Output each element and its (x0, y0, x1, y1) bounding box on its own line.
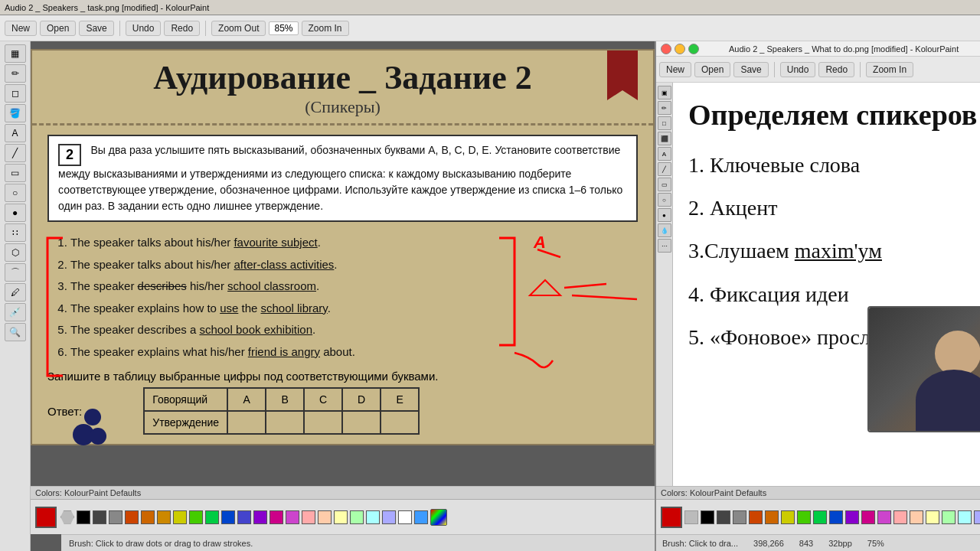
r-line-tool[interactable]: ╱ (658, 162, 671, 176)
swatch-lightgreen[interactable] (350, 510, 364, 524)
slide: Аудирование _ Задание 2 (Спикеры) 2 Вы д… (31, 49, 655, 445)
r-swatch-lime[interactable] (797, 510, 811, 524)
r-swatch-orange[interactable] (765, 510, 779, 524)
answer-table: Говорящий A B C D E Утверж (143, 387, 420, 435)
r-dots-tool[interactable]: ⋯ (658, 239, 671, 253)
right-eraser-swatch[interactable] (684, 510, 698, 524)
polygon-tool[interactable]: ⬡ (5, 243, 26, 262)
swatch-purple[interactable] (253, 510, 267, 524)
swatch-yellow[interactable] (173, 510, 187, 524)
r-swatch-peach[interactable] (910, 510, 923, 524)
r-swatch-lblue[interactable] (974, 510, 980, 524)
undo-button[interactable]: Undo (126, 21, 162, 36)
swatch-blue[interactable] (221, 510, 235, 524)
r-select-tool[interactable]: ▣ (658, 86, 671, 99)
open-button[interactable]: Open (40, 21, 76, 36)
fill-tool[interactable]: 🪣 (5, 104, 26, 122)
swatch-pink[interactable] (286, 510, 299, 524)
right-zoomin-button[interactable]: Zoom In (866, 62, 913, 77)
r-swatch-gray[interactable] (733, 510, 746, 524)
maximize-button[interactable] (688, 44, 699, 54)
minimize-button[interactable] (675, 44, 685, 54)
r-swatch-purple[interactable] (845, 510, 859, 524)
save-button[interactable]: Save (79, 21, 113, 36)
color-palette-left[interactable] (31, 499, 655, 534)
swatch-lightpink[interactable] (302, 510, 315, 524)
right-undo-button[interactable]: Undo (780, 62, 816, 77)
slide-header: Аудирование _ Задание 2 (Спикеры) (32, 51, 653, 126)
r-swatch-lpink[interactable] (893, 510, 907, 524)
slide-body: 2 Вы два раза услышите пять высказываний… (32, 126, 653, 444)
r-swatch-green[interactable] (813, 510, 827, 524)
eraser-swatch[interactable] (60, 510, 74, 524)
swatch-white[interactable] (398, 510, 412, 524)
swatch-darkgray[interactable] (93, 510, 106, 524)
window-buttons[interactable] (661, 44, 699, 54)
right-redo-button[interactable]: Redo (818, 62, 854, 77)
current-color[interactable] (35, 507, 57, 528)
cell-e (381, 411, 419, 434)
r-eraser-tool[interactable]: □ (658, 116, 671, 130)
swatch-lightyellow[interactable] (334, 510, 348, 524)
swatch-lightblue[interactable] (382, 510, 396, 524)
pen-tool[interactable]: 🖊 (5, 283, 26, 302)
text-tool[interactable]: A (5, 124, 26, 142)
toolbar-separator-2 (205, 21, 206, 36)
line-tool[interactable]: ╱ (5, 144, 26, 162)
r-swatch-magenta[interactable] (861, 510, 875, 524)
r-swatch-black[interactable] (701, 510, 714, 524)
table-header-c: C (304, 388, 342, 411)
brush-tool active[interactable]: ● (5, 204, 26, 222)
swatch-skyblue[interactable] (414, 510, 428, 524)
r-swatch-lgreen[interactable] (942, 510, 956, 524)
swatch-black[interactable] (77, 510, 90, 524)
coords-status: 398,266 (753, 539, 784, 548)
swatch-lightcyan[interactable] (366, 510, 380, 524)
select-tool[interactable]: ▦ (5, 44, 26, 63)
r-circle-tool[interactable]: ○ (658, 193, 671, 207)
curve-tool[interactable]: ⌒ (5, 263, 26, 282)
r-swatch-lcyan[interactable] (958, 510, 972, 524)
r-swatch-brown[interactable] (749, 510, 763, 524)
new-button[interactable]: New (5, 21, 37, 36)
color-pick-tool[interactable]: 💉 (5, 303, 26, 321)
swatch-darkorange[interactable] (125, 510, 139, 524)
r-color-tool[interactable]: 💧 (658, 223, 671, 237)
swatch-cube[interactable] (430, 509, 447, 526)
r-brush-tool[interactable]: ● (658, 208, 671, 222)
right-open-button[interactable]: Open (694, 62, 730, 77)
zoom-out-button[interactable]: Zoom Out (211, 21, 266, 36)
zoom-tool[interactable]: 🔍 (5, 323, 26, 341)
right-current-color[interactable] (661, 507, 682, 528)
r-swatch-blue[interactable] (829, 510, 843, 524)
right-toolbar: New Open Save Undo Redo Zoom In (656, 57, 980, 83)
freehand-tool[interactable]: ✏ (5, 64, 26, 83)
swatch-gray[interactable] (109, 510, 122, 524)
spray-tool[interactable]: ∷ (5, 223, 26, 242)
right-new-button[interactable]: New (659, 62, 691, 77)
r-rect-tool[interactable]: ▭ (658, 178, 671, 191)
zoom-in-button[interactable]: Zoom In (302, 21, 349, 36)
swatch-orange[interactable] (141, 510, 155, 524)
canvas-area[interactable]: Аудирование _ Задание 2 (Спикеры) 2 Вы д… (31, 41, 655, 486)
r-pen-tool[interactable]: ✏ (658, 101, 671, 115)
r-text-tool[interactable]: A (658, 147, 671, 161)
right-save-button[interactable]: Save (733, 62, 768, 77)
swatch-peach[interactable] (318, 510, 332, 524)
swatch-indigo[interactable] (237, 510, 251, 524)
r-swatch-pink[interactable] (877, 510, 891, 524)
rect-tool[interactable]: ▭ (5, 164, 26, 182)
close-button[interactable] (661, 44, 671, 54)
swatch-lime[interactable] (189, 510, 203, 524)
swatch-amber[interactable] (157, 510, 171, 524)
eraser-tool[interactable]: ◻ (5, 84, 26, 103)
r-fill-tool[interactable]: ⬛ (658, 132, 671, 145)
swatch-magenta[interactable] (270, 510, 283, 524)
r-swatch-yellow[interactable] (781, 510, 795, 524)
color-palette-right[interactable] (656, 499, 980, 534)
circle-tool[interactable]: ○ (5, 184, 26, 202)
r-swatch-dgray[interactable] (717, 510, 730, 524)
swatch-green[interactable] (205, 510, 219, 524)
redo-button[interactable]: Redo (164, 21, 200, 36)
r-swatch-lyellow[interactable] (926, 510, 939, 524)
